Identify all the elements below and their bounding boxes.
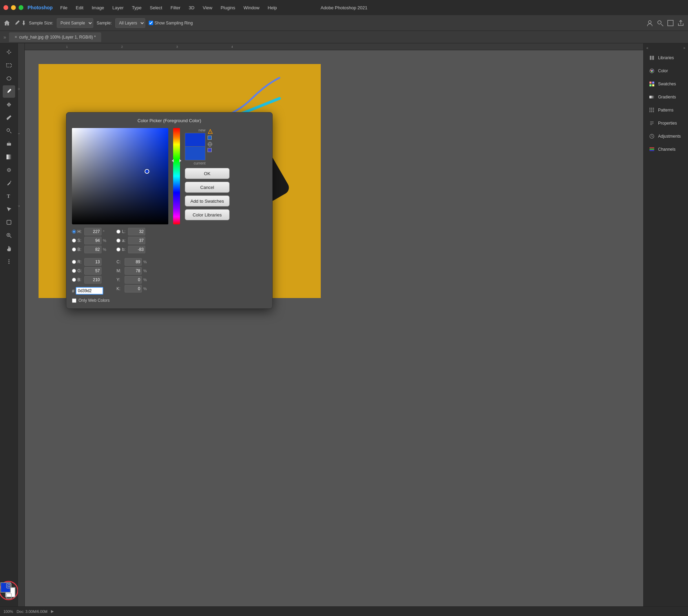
screen-mode-tool[interactable] — [3, 590, 15, 602]
show-sampling-ring-checkbox[interactable] — [149, 21, 153, 25]
web-safe-color-box[interactable] — [208, 148, 212, 152]
search-account-icon[interactable] — [646, 19, 654, 27]
add-to-swatches-button[interactable]: Add to Swatches — [185, 195, 230, 206]
maximize-button[interactable] — [19, 5, 23, 10]
panel-collapse-left[interactable]: « — [646, 46, 648, 50]
hex-input[interactable] — [76, 287, 103, 295]
web-safe-icon[interactable] — [208, 142, 212, 147]
s-input[interactable] — [84, 237, 102, 244]
panel-patterns[interactable]: Patterns — [645, 104, 687, 116]
show-sampling-ring-label[interactable]: Show Sampling Ring — [149, 21, 193, 25]
panel-color[interactable]: Color — [645, 65, 687, 77]
hand-tool[interactable] — [3, 242, 15, 255]
a-radio[interactable] — [116, 238, 120, 243]
sample-select[interactable]: All Layers — [115, 18, 145, 28]
rgb-b-radio[interactable] — [72, 278, 76, 282]
y-input[interactable] — [125, 276, 142, 284]
menu-window[interactable]: Window — [240, 4, 264, 12]
menu-select[interactable]: Select — [146, 4, 166, 12]
color-spectrum[interactable] — [72, 128, 168, 224]
clone-tool[interactable] — [3, 125, 15, 137]
more-tools[interactable] — [3, 255, 15, 268]
menu-file[interactable]: File — [56, 4, 72, 12]
svg-rect-37 — [650, 56, 652, 60]
color-libraries-button[interactable]: Color Libraries — [185, 209, 230, 220]
zoom-tool[interactable] — [3, 229, 15, 242]
r-input[interactable] — [84, 258, 102, 266]
shape-tool[interactable] — [3, 216, 15, 229]
lasso-tool[interactable] — [3, 72, 15, 85]
gamut-warning-icon[interactable]: ! — [208, 129, 213, 134]
panel-collapse-right[interactable]: » — [683, 46, 685, 50]
a-input[interactable] — [128, 237, 145, 244]
document-tab[interactable]: ✕ curly_hair.jpg @ 100% (Layer 1, RGB/8)… — [9, 32, 101, 42]
k-field-row: K: % — [116, 285, 148, 293]
b2-input[interactable] — [128, 246, 145, 253]
home-icon[interactable] — [3, 20, 10, 26]
pen-tool[interactable] — [3, 177, 15, 189]
minimize-button[interactable] — [11, 5, 16, 10]
gradient-tool[interactable] — [3, 151, 15, 163]
eyedropper-tool[interactable] — [3, 85, 15, 98]
panel-adjustments[interactable]: Adjustments — [645, 130, 687, 142]
menu-layer[interactable]: Layer — [108, 4, 128, 12]
g-label: G: — [77, 268, 83, 273]
blur-tool[interactable] — [3, 164, 15, 176]
g-radio[interactable] — [72, 269, 76, 273]
only-web-colors-checkbox[interactable] — [72, 298, 76, 303]
s-radio[interactable] — [72, 238, 76, 243]
cancel-button[interactable]: Cancel — [185, 182, 230, 193]
h-radio[interactable] — [72, 230, 76, 234]
panel-channels[interactable]: Channels — [645, 143, 687, 156]
menu-image[interactable]: Image — [87, 4, 108, 12]
menu-3d[interactable]: 3D — [184, 4, 199, 12]
panel-properties[interactable]: Properties — [645, 117, 687, 129]
panel-libraries[interactable]: Libraries — [645, 52, 687, 64]
channels-icon — [648, 146, 655, 153]
color-cube-icon[interactable] — [208, 136, 212, 140]
share-icon[interactable] — [677, 19, 685, 27]
panel-gradients[interactable]: Gradients — [645, 91, 687, 103]
status-arrow[interactable]: ▶ — [51, 609, 54, 614]
hue-slider[interactable] — [173, 128, 180, 224]
brush-tool[interactable] — [3, 111, 15, 124]
dialog-right-section: new current ! — [185, 128, 230, 224]
menu-type[interactable]: Type — [128, 4, 146, 12]
collapse-panel-icon[interactable]: » — [3, 34, 6, 40]
select-rect-tool[interactable] — [3, 59, 15, 72]
l-input[interactable] — [128, 228, 145, 235]
tab-close-icon[interactable]: ✕ — [14, 35, 17, 39]
l-radio[interactable] — [116, 230, 120, 234]
path-select-tool[interactable] — [3, 203, 15, 215]
type-tool[interactable]: T — [3, 190, 15, 202]
spectrum-cursor[interactable] — [145, 169, 149, 174]
canvas-area[interactable]: 1 2 3 4 0 1 2 — [18, 43, 643, 616]
b2-radio[interactable] — [116, 247, 120, 252]
k-input[interactable] — [125, 285, 142, 293]
menu-view[interactable]: View — [199, 4, 216, 12]
g-input[interactable] — [84, 267, 102, 275]
menu-edit[interactable]: Edit — [72, 4, 87, 12]
new-color-swatch[interactable] — [185, 133, 205, 147]
healing-tool[interactable] — [3, 98, 15, 111]
m-input[interactable] — [125, 267, 142, 275]
sample-size-select[interactable]: Point Sample — [57, 18, 93, 28]
menu-help[interactable]: Help — [264, 4, 281, 12]
move-tool[interactable] — [3, 46, 15, 59]
close-button[interactable] — [3, 5, 8, 10]
menu-plugins[interactable]: Plugins — [216, 4, 240, 12]
current-color-swatch[interactable] — [185, 147, 205, 160]
r-radio[interactable] — [72, 260, 76, 264]
b-radio[interactable] — [72, 247, 76, 252]
screen-mode-icon[interactable] — [667, 19, 674, 27]
ok-button[interactable]: OK — [185, 168, 230, 179]
menu-filter[interactable]: Filter — [166, 4, 184, 12]
h-input[interactable] — [84, 228, 102, 235]
search-icon[interactable] — [656, 19, 664, 27]
eraser-tool[interactable] — [3, 138, 15, 150]
b-input[interactable] — [84, 246, 102, 253]
rgb-b-input[interactable] — [84, 276, 102, 284]
c-unit: % — [143, 260, 148, 264]
panel-swatches[interactable]: Swatches — [645, 78, 687, 90]
c-input[interactable] — [125, 258, 142, 266]
